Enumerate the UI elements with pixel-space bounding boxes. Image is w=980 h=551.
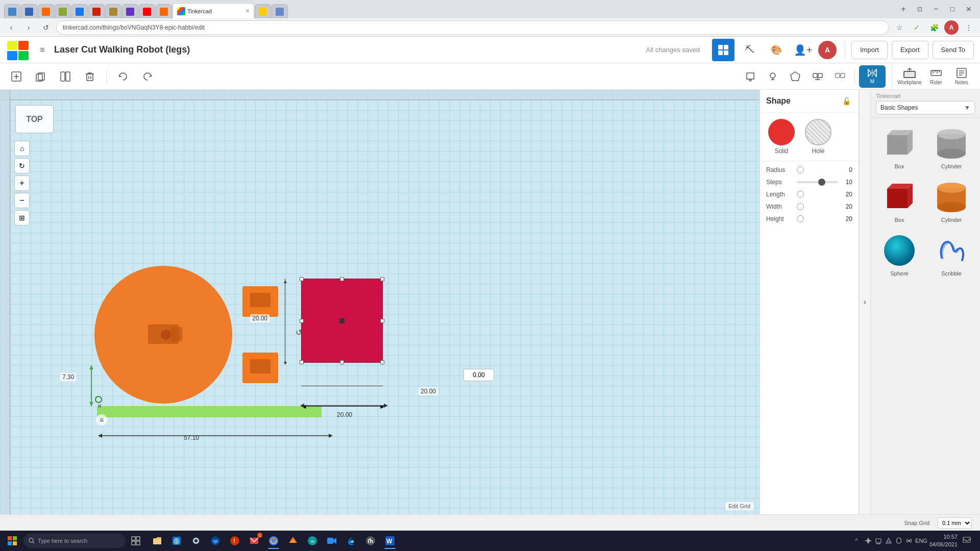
browser-tab[interactable] xyxy=(4,4,20,18)
edit-grid-btn[interactable]: Edit Grid xyxy=(725,502,753,510)
red-box-shape[interactable] xyxy=(301,279,383,363)
length-control[interactable] xyxy=(797,191,804,198)
user-avatar[interactable]: A xyxy=(818,41,837,59)
menu-icon-btn[interactable]: ≡ xyxy=(35,42,50,58)
export-btn[interactable]: Export xyxy=(892,41,928,59)
send-to-btn[interactable]: Send To xyxy=(933,41,974,59)
tray-caret-btn[interactable]: ^ xyxy=(851,535,862,546)
browser-tab[interactable] xyxy=(55,4,71,18)
anchor-point[interactable] xyxy=(95,396,102,403)
undo-btn[interactable] xyxy=(113,66,133,87)
shape-box-red[interactable]: Box xyxy=(875,176,924,226)
height-input[interactable] xyxy=(463,369,494,381)
extensions-btn[interactable]: 🧩 xyxy=(927,20,941,35)
home-btn[interactable]: ⌂ xyxy=(14,141,30,156)
taskbar-app-git[interactable] xyxy=(361,532,380,550)
import-btn[interactable]: Import xyxy=(851,41,888,59)
3d-view-btn[interactable]: ⛏ xyxy=(739,39,761,61)
taskbar-app-store[interactable]: Ⓢ xyxy=(167,532,186,550)
rotation-handle[interactable]: ↺ xyxy=(293,327,304,337)
redo-btn[interactable] xyxy=(137,66,158,87)
taskbar-search[interactable]: Type here to search xyxy=(23,534,126,548)
browser-tab[interactable] xyxy=(156,4,172,18)
taskbar-app-chrome[interactable] xyxy=(264,532,283,550)
maximize-btn[interactable]: ☐ xyxy=(945,2,960,16)
browser-tab[interactable] xyxy=(255,4,271,18)
back-btn[interactable]: ‹ xyxy=(4,20,18,35)
paste-btn[interactable] xyxy=(55,66,76,87)
browser-tab[interactable] xyxy=(88,4,105,18)
mirror-btn[interactable]: M xyxy=(859,65,886,88)
menu-btn[interactable]: ⋮ xyxy=(962,20,976,35)
browser-tab[interactable] xyxy=(139,4,155,18)
shape-cylinder-orange[interactable]: Cylinder xyxy=(927,176,976,226)
browser-tab[interactable] xyxy=(71,4,88,18)
taskbar-app-alert[interactable]: ! xyxy=(226,532,244,550)
taskbar-app-word[interactable]: W xyxy=(381,532,399,550)
browser-tab[interactable] xyxy=(122,4,138,18)
add-user-btn[interactable]: 👤+ xyxy=(792,39,814,61)
solid-option[interactable]: Solid xyxy=(768,119,795,155)
radius-control[interactable] xyxy=(797,166,804,173)
green-bar-shape[interactable] xyxy=(97,406,322,417)
shape-scribble[interactable]: Scribble xyxy=(927,229,976,280)
shape-sphere-teal[interactable]: Sphere xyxy=(875,229,924,280)
taskbar-app-zoom[interactable] xyxy=(323,532,341,550)
minimize-btn[interactable]: − xyxy=(929,2,943,16)
category-dropdown[interactable]: Basic Shapes ▼ xyxy=(876,101,975,114)
extension-check-btn[interactable]: ✓ xyxy=(910,20,924,35)
workplane-btn[interactable]: Workplane xyxy=(896,64,923,89)
task-view-btn[interactable] xyxy=(127,532,145,550)
taskbar-app-edge[interactable] xyxy=(342,532,360,550)
large-circle-shape[interactable] xyxy=(92,263,235,406)
view-cube[interactable]: TOP xyxy=(15,105,54,133)
delete-btn[interactable] xyxy=(80,66,100,87)
new-shape-btn[interactable] xyxy=(6,66,27,87)
hole-option[interactable]: Hole xyxy=(805,119,831,155)
small-orange-shape-bottom[interactable] xyxy=(240,350,281,386)
taskbar-app-arduino[interactable]: ∞ xyxy=(303,532,322,550)
canvas-area[interactable]: TOP ⌂ ↻ + − ⊞ xyxy=(0,90,760,514)
taskbar-app-courier[interactable]: 1 xyxy=(245,532,263,550)
profile-btn[interactable]: A xyxy=(944,20,959,35)
shape-cylinder-gray[interactable]: Cylinder xyxy=(927,122,976,172)
close-btn[interactable]: ✕ xyxy=(962,2,976,16)
refresh-btn[interactable]: ↺ xyxy=(39,20,53,35)
forward-btn[interactable]: › xyxy=(21,20,36,35)
zoom-in-btn[interactable]: + xyxy=(14,176,30,191)
bookmark-btn[interactable]: ☆ xyxy=(892,20,906,35)
light-bulb-btn[interactable] xyxy=(763,66,783,87)
active-tab[interactable]: Tinkercad ✕ xyxy=(173,3,254,18)
annotation-btn[interactable] xyxy=(740,66,761,87)
shape-box-gray[interactable]: Box xyxy=(875,122,924,172)
scroll-arrow[interactable]: › xyxy=(859,90,870,514)
color-scheme-btn[interactable]: 🎨 xyxy=(765,39,788,61)
new-tab-btn[interactable]: + xyxy=(896,2,911,16)
snap-grid-select[interactable]: 0.1 mm 0.5 mm 1 mm xyxy=(938,517,972,529)
start-btn[interactable] xyxy=(2,532,22,550)
ruler-btn[interactable]: Ruler xyxy=(924,64,948,89)
shape-lock-btn[interactable]: 🔓 xyxy=(840,95,852,107)
group-btn[interactable] xyxy=(807,66,828,87)
zoom-out-btn[interactable]: − xyxy=(14,193,30,208)
grid-view-btn[interactable] xyxy=(712,39,734,61)
lock-marker[interactable]: ≡ xyxy=(96,414,107,425)
restore-btn[interactable]: ⊡ xyxy=(913,2,927,16)
browser-tab[interactable] xyxy=(105,4,121,18)
taskbar-app-teamspeak[interactable] xyxy=(206,532,225,550)
steps-slider[interactable] xyxy=(797,181,838,183)
notifications-btn[interactable] xyxy=(960,534,974,548)
browser-tab[interactable] xyxy=(21,4,37,18)
taskbar-app-explorer[interactable] xyxy=(148,532,166,550)
orbit-btn[interactable]: ↻ xyxy=(14,158,30,173)
polygon-btn[interactable] xyxy=(785,66,805,87)
browser-tab[interactable] xyxy=(38,4,54,18)
width-control[interactable] xyxy=(797,203,804,210)
taskbar-app-fusion[interactable] xyxy=(284,532,302,550)
browser-tab[interactable] xyxy=(272,4,288,18)
taskbar-app-steam[interactable] xyxy=(187,532,205,550)
height-control[interactable] xyxy=(797,215,804,222)
fit-btn[interactable]: ⊞ xyxy=(14,210,30,226)
url-input[interactable]: tinkercad.com/things/boVNGaqN3Y8-epic-ha… xyxy=(56,20,889,35)
notes-btn[interactable]: Notes xyxy=(949,64,974,89)
